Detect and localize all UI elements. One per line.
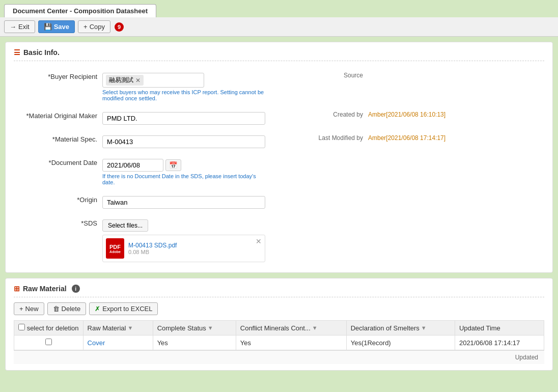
- raw-material-toolbar: + New 🗑 Delete ✗ Export to EXCEL: [14, 302, 544, 315]
- raw-material-filter-icon[interactable]: ▼: [127, 325, 133, 331]
- origin-input[interactable]: [102, 196, 265, 209]
- export-excel-button[interactable]: ✗ Export to EXCEL: [89, 302, 158, 315]
- created-by-value: Amber[2021/06/08 16:10:13]: [368, 109, 542, 118]
- row-raw-material: Cover: [83, 335, 153, 350]
- source-label: Source: [282, 70, 363, 79]
- basic-info-form: *Buyer Recipient 融易測試 ✕ Select buyers wh…: [14, 66, 544, 266]
- toolbar: → Exit 💾 Save + Copy 9: [0, 17, 558, 37]
- save-button[interactable]: 💾 Save: [38, 20, 75, 33]
- row-checkbox-cell: [14, 335, 83, 350]
- calendar-button[interactable]: 📅: [165, 159, 181, 171]
- th-conflict-minerals: Conflict Minerals Cont... ▼: [236, 321, 346, 335]
- raw-material-info-icon: i: [72, 285, 80, 293]
- main-tab-label: Document Center - Composition Datasheet: [13, 7, 148, 15]
- document-date-help: If there is no Document Date in the SDS,…: [102, 173, 265, 185]
- basic-info-title: ☰ Basic Info.: [14, 48, 544, 61]
- buyer-recipient-tag-close[interactable]: ✕: [135, 77, 141, 84]
- basic-info-icon: ☰: [14, 48, 20, 57]
- material-original-maker-input[interactable]: [102, 112, 265, 125]
- conflict-minerals-filter-icon[interactable]: ▼: [312, 325, 318, 331]
- raw-material-table-container: select for deletion Raw Material ▼ Compl…: [14, 320, 544, 350]
- material-original-maker-field: [102, 109, 276, 125]
- th-complete-status: Complete Status ▼: [153, 321, 236, 335]
- last-modified-by-label: Last Modified by: [282, 133, 363, 142]
- created-by-label: Created by: [282, 109, 363, 118]
- last-modified-by-value: Amber[2021/06/08 17:14:17]: [368, 133, 542, 142]
- material-spec-label: *Material Spec.: [16, 133, 97, 143]
- buyer-recipient-field: 融易測試 ✕ Select buyers who may receive thi…: [102, 70, 276, 101]
- material-original-maker-label: *Material Original Maker: [16, 109, 97, 120]
- copy-plus-icon: +: [83, 23, 88, 31]
- notification-badge: 9: [115, 22, 124, 32]
- material-spec-field: [102, 133, 276, 148]
- document-date-label: *Document Date: [16, 156, 97, 166]
- th-raw-material: Raw Material ▼: [83, 321, 153, 335]
- declaration-smelters-filter-icon[interactable]: ▼: [421, 325, 427, 331]
- origin-label: *Origin: [16, 193, 97, 204]
- file-remove-button[interactable]: ✕: [256, 237, 262, 245]
- source-value: [368, 70, 542, 72]
- th-declaration-smelters: Declaration of Smelters ▼: [346, 321, 455, 335]
- basic-info-section: ☰ Basic Info. *Buyer Recipient 融易測試 ✕ Se…: [5, 42, 553, 273]
- buyer-recipient-input[interactable]: 融易測試 ✕: [102, 73, 204, 88]
- save-disk-icon: 💾: [44, 23, 52, 31]
- material-spec-input[interactable]: [102, 135, 265, 148]
- file-info: M-00413 SDS.pdf 0.08 MB: [128, 242, 262, 255]
- select-files-button[interactable]: Select files...: [102, 219, 148, 232]
- row-conflict-minerals: Yes: [236, 335, 346, 350]
- exit-button[interactable]: → Exit: [4, 20, 35, 33]
- raw-material-link[interactable]: Cover: [88, 339, 105, 347]
- buyer-recipient-label: *Buyer Recipient: [16, 70, 97, 80]
- calendar-icon: 📅: [169, 161, 178, 169]
- status-bar: Updated: [14, 350, 544, 364]
- raw-material-title: ⊞ Raw Material i: [14, 285, 544, 297]
- table-row: Cover Yes Yes Yes(1Record) 2021/06/08 17…: [14, 335, 544, 350]
- pdf-icon: PDF Adobe: [106, 238, 124, 259]
- document-date-field: 📅 If there is no Document Date in the SD…: [102, 156, 276, 185]
- raw-material-icon: ⊞: [14, 285, 20, 293]
- file-size: 0.08 MB: [128, 249, 262, 255]
- new-button[interactable]: + New: [14, 302, 44, 315]
- main-tab[interactable]: Document Center - Composition Datasheet: [4, 4, 156, 17]
- copy-button[interactable]: + Copy: [78, 20, 110, 33]
- document-date-input[interactable]: [102, 159, 163, 172]
- raw-material-section: ⊞ Raw Material i + New 🗑 Delete ✗ Export…: [5, 278, 553, 371]
- new-plus-icon: +: [19, 305, 23, 313]
- buyer-recipient-help: Select buyers who may receive this ICP r…: [102, 89, 265, 101]
- exit-arrow-icon: →: [10, 23, 16, 31]
- excel-icon: ✗: [95, 305, 100, 313]
- sds-field: Select files... PDF Adobe M-00413 SDS.pd…: [102, 217, 276, 262]
- sds-label: *SDS: [16, 217, 97, 227]
- file-item: PDF Adobe M-00413 SDS.pdf 0.08 MB ✕: [102, 235, 265, 262]
- select-all-checkbox[interactable]: [18, 324, 25, 330]
- origin-field: [102, 193, 276, 209]
- buyer-recipient-tag: 融易測試 ✕: [106, 75, 144, 86]
- row-complete-status: Yes: [153, 335, 236, 350]
- th-updated-time: Updated Time: [455, 321, 544, 335]
- delete-icon: 🗑: [53, 305, 60, 313]
- raw-material-table: select for deletion Raw Material ▼ Compl…: [14, 320, 544, 350]
- row-checkbox[interactable]: [45, 339, 52, 345]
- delete-button[interactable]: 🗑 Delete: [47, 302, 87, 315]
- row-updated-time: 2021/06/08 17:14:17: [455, 335, 544, 350]
- row-declaration-smelters: Yes(1Record): [346, 335, 455, 350]
- th-select: select for deletion: [14, 321, 83, 335]
- file-name: M-00413 SDS.pdf: [128, 242, 262, 249]
- complete-status-filter-icon[interactable]: ▼: [208, 325, 213, 331]
